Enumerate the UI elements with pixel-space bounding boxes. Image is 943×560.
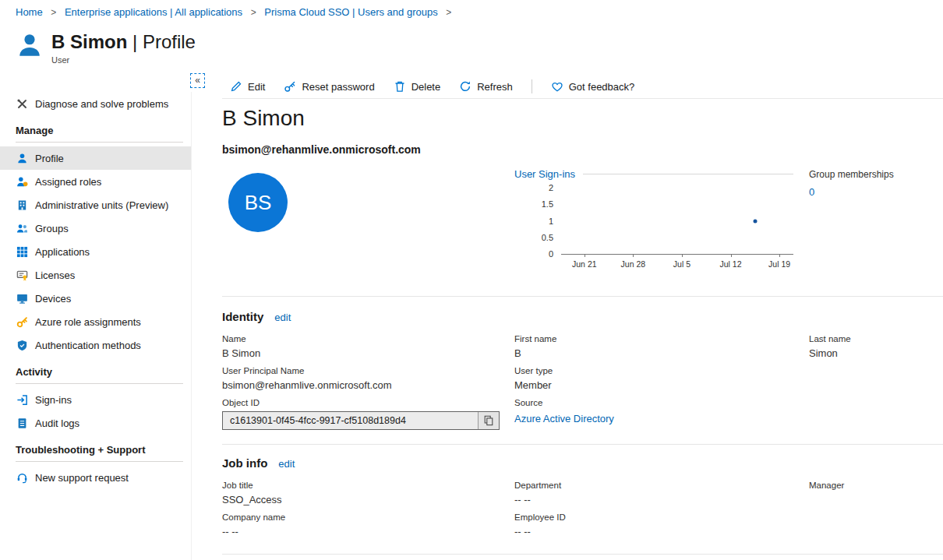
refresh-button[interactable]: Refresh	[459, 80, 513, 93]
group-memberships-label: Group memberships	[809, 169, 894, 180]
job-info-edit-link[interactable]: edit	[278, 458, 295, 470]
breadcrumb-chevron: >	[251, 7, 256, 18]
copy-icon	[483, 415, 494, 426]
field-value: -- --	[222, 526, 514, 539]
reset-password-button-label: Reset password	[302, 81, 374, 93]
page-title: B Simon | Profile	[51, 31, 196, 53]
refresh-button-label: Refresh	[477, 81, 513, 93]
sidebar-item-label: Sign-ins	[35, 394, 72, 406]
breadcrumb-enterprise-applications[interactable]: Enterprise applications | All applicatio…	[65, 6, 242, 18]
section-divider	[16, 383, 183, 384]
feedback-button-label: Got feedback?	[569, 81, 635, 93]
field-value: -- --	[514, 494, 809, 507]
shield-icon	[16, 339, 28, 351]
field-user-principal-name: User Principal Name bsimon@rehanmlive.on…	[222, 366, 514, 393]
field-value	[809, 494, 935, 507]
key-icon	[16, 315, 28, 328]
edit-button[interactable]: Edit	[230, 80, 265, 93]
sidebar-item-audit-logs[interactable]: Audit logs	[0, 411, 191, 435]
certificate-icon	[16, 269, 28, 281]
page-title-name: B Simon	[51, 31, 127, 52]
field-label: Employee ID	[514, 512, 809, 522]
field-value: -- --	[514, 526, 809, 539]
signin-chart-title[interactable]: User Sign-ins	[514, 168, 575, 180]
reset-password-button[interactable]: Reset password	[284, 80, 374, 93]
field-last-name: Last name Simon	[809, 334, 935, 361]
sidebar-item-licenses[interactable]: Licenses	[0, 263, 191, 287]
tools-icon	[16, 97, 28, 110]
signin-chart-plot: 00.511.52Jun 21Jun 28Jul 5Jul 12Jul 19	[561, 188, 793, 255]
page-header: B Simon | Profile User	[16, 31, 196, 65]
copy-button[interactable]	[478, 412, 499, 429]
field-object-id: Object ID	[222, 398, 514, 430]
spacer	[809, 512, 935, 539]
sidebar: Diagnose and solve problems Manage Profi…	[0, 92, 192, 560]
source-link[interactable]: Azure Active Directory	[514, 413, 614, 424]
field-value: bsimon@rehanmlive.onmicrosoft.com	[222, 379, 514, 393]
sidebar-item-label: New support request	[35, 472, 129, 484]
sidebar-item-label: Devices	[35, 293, 71, 305]
feedback-button[interactable]: Got feedback?	[551, 80, 635, 93]
sidebar-item-groups[interactable]: Groups	[0, 217, 191, 240]
job-info-section-title: Job info	[222, 456, 267, 470]
sidebar-item-devices[interactable]: Devices	[0, 287, 191, 310]
field-value: SSO_Access	[222, 494, 514, 507]
key-icon	[284, 80, 296, 93]
sidebar-item-authentication-methods[interactable]: Authentication methods	[0, 333, 191, 357]
user-principal-name: bsimon@rehanmlive.onmicrosoft.com	[222, 143, 421, 156]
group-memberships-count[interactable]: 0	[809, 186, 814, 198]
sidebar-item-label: Applications	[35, 246, 90, 258]
page-title-suffix: | Profile	[132, 31, 196, 52]
user-initials-avatar: BS	[228, 173, 288, 232]
field-label: Job title	[222, 481, 514, 490]
field-label: User Principal Name	[222, 366, 514, 375]
sidebar-item-sign-ins[interactable]: Sign-ins	[0, 388, 191, 411]
monitor-icon	[16, 292, 28, 305]
chart-top-rule	[583, 174, 793, 174]
section-divider	[222, 296, 943, 297]
identity-edit-link[interactable]: edit	[274, 312, 291, 323]
user-avatar-icon	[16, 31, 44, 59]
field-source: Source Azure Active Directory	[514, 398, 809, 430]
identity-section: Identity edit Name B Simon First name B …	[222, 310, 935, 430]
signin-data-point	[753, 219, 757, 223]
field-manager: Manager	[809, 481, 935, 507]
field-label: First name	[514, 334, 809, 343]
job-info-section: Job info edit Job title SSO_Access Depar…	[222, 456, 935, 539]
field-value: B	[514, 347, 809, 361]
refresh-icon	[459, 80, 472, 93]
sidebar-item-administrative-units[interactable]: Administrative units (Preview)	[0, 193, 191, 217]
sidebar-item-profile[interactable]: Profile	[0, 146, 191, 170]
breadcrumb-chevron: >	[51, 7, 56, 18]
spacer	[809, 398, 935, 430]
sidebar-item-new-support-request[interactable]: New support request	[0, 466, 191, 489]
edit-button-label: Edit	[248, 81, 265, 93]
field-employee-id: Employee ID -- --	[514, 512, 809, 539]
object-id-copybox	[222, 411, 500, 430]
section-divider	[16, 142, 183, 143]
trash-icon	[394, 80, 406, 93]
sidebar-section-troubleshooting-support: Troubleshooting + Support	[0, 435, 191, 461]
sidebar-item-diagnose-and-solve-problems[interactable]: Diagnose and solve problems	[0, 92, 191, 115]
field-label: Source	[514, 398, 809, 407]
sidebar-item-assigned-roles[interactable]: Assigned roles	[0, 170, 191, 193]
command-bar: Edit Reset password Delete Refresh Got f…	[222, 75, 943, 99]
breadcrumb-prisma-cloud-sso[interactable]: Prisma Cloud SSO | Users and groups	[264, 6, 437, 18]
azure-portal-user-profile-page: Home > Enterprise applications | All app…	[0, 0, 943, 560]
delete-button-label: Delete	[411, 81, 441, 93]
sidebar-collapse-button[interactable]: «	[190, 73, 205, 88]
spacer	[809, 366, 935, 393]
field-label: Name	[222, 334, 514, 343]
object-id-input[interactable]	[223, 412, 478, 429]
delete-button[interactable]: Delete	[394, 80, 441, 93]
breadcrumb-home[interactable]: Home	[16, 6, 43, 18]
group-memberships: Group memberships 0	[809, 169, 894, 199]
user-display-name: B Simon	[222, 106, 305, 131]
field-job-title: Job title SSO_Access	[222, 481, 514, 507]
sidebar-item-azure-role-assignments[interactable]: Azure role assignments	[0, 310, 191, 333]
sidebar-item-label: Profile	[35, 153, 64, 164]
audit-log-icon	[16, 417, 28, 429]
sidebar-item-applications[interactable]: Applications	[0, 240, 191, 263]
support-icon	[16, 471, 28, 484]
sidebar-item-label: Azure role assignments	[35, 316, 141, 328]
